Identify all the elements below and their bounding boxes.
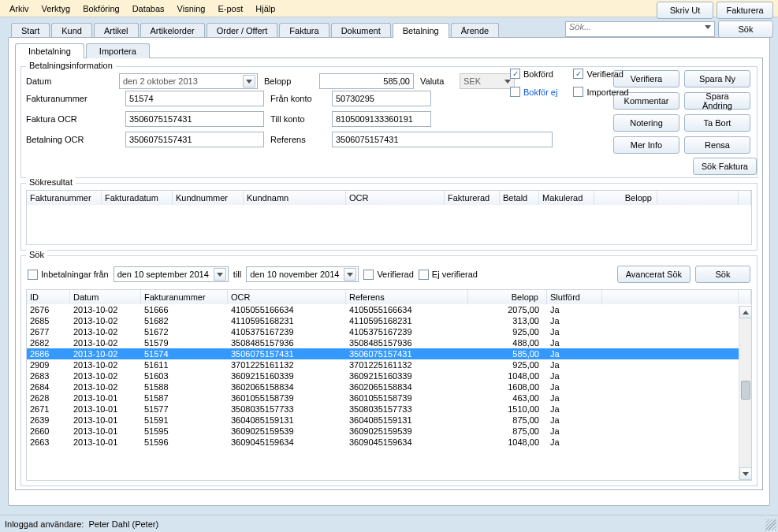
- menu-arkiv[interactable]: Arkiv: [3, 2, 35, 15]
- verifierad-checkbox[interactable]: ✓Verifierad: [573, 69, 628, 79]
- referens-input[interactable]: [332, 132, 553, 147]
- sokresultat-header[interactable]: [657, 191, 739, 205]
- tab-order-offert[interactable]: Order / Offert: [207, 23, 278, 38]
- sok-fieldset: Sök Inbetalningar från den 10 september …: [20, 255, 758, 486]
- save-new-button[interactable]: Spara Ny: [684, 70, 750, 87]
- date-to-input[interactable]: den 10 november 2014: [246, 266, 359, 282]
- sok-header[interactable]: ID: [27, 290, 70, 304]
- bokford-checkbox[interactable]: ✓Bokförd: [510, 69, 557, 79]
- sokresultat-header[interactable]: Makulerad: [539, 191, 594, 205]
- sok-header[interactable]: OCR: [228, 290, 346, 304]
- datum-label: Datum: [26, 76, 113, 86]
- table-row[interactable]: 26822013-10-0251579350848515793635084851…: [27, 337, 751, 348]
- importerad-checkbox[interactable]: Importerad: [573, 87, 628, 97]
- table-row[interactable]: 26842013-10-0251588360206515883436020651…: [27, 381, 751, 392]
- menu-visning[interactable]: Visning: [171, 2, 212, 15]
- tab-kund[interactable]: Kund: [51, 23, 92, 38]
- sok-header[interactable]: Slutförd: [547, 290, 602, 304]
- sok-header[interactable]: Datum: [70, 290, 141, 304]
- subtab-inbetalning[interactable]: Inbetalning: [15, 43, 84, 58]
- sok-button[interactable]: Sök: [695, 266, 750, 283]
- valuta-select[interactable]: SEK: [460, 73, 515, 89]
- tab--rende[interactable]: Ärende: [451, 23, 499, 38]
- table-row[interactable]: 26712013-10-0151577350803515773335080351…: [27, 404, 751, 415]
- table-row[interactable]: 26602013-10-0151595360902515953936090251…: [27, 426, 751, 437]
- table-row[interactable]: 26832013-10-0251603360921516033936092151…: [27, 370, 751, 381]
- resize-gripper-icon[interactable]: [765, 519, 776, 530]
- table-row[interactable]: 26392013-10-0151591360408515913136040851…: [27, 415, 751, 426]
- sokresultat-header[interactable]: Fakturadatum: [102, 191, 173, 205]
- more-info-button[interactable]: Mer Info: [613, 136, 679, 154]
- menu-hjälp[interactable]: Hjälp: [249, 2, 281, 15]
- bokfor-ej-checkbox[interactable]: Bokför ej: [510, 87, 557, 97]
- menu-e-post[interactable]: E-post: [212, 2, 250, 15]
- referens-label: Referens: [270, 135, 326, 144]
- menubar: ArkivVerktygBokföringDatabasVisningE-pos…: [0, 0, 778, 17]
- sokresultat-header[interactable]: Belopp: [594, 191, 657, 205]
- table-row[interactable]: 26282013-10-0151587360105515873936010551…: [27, 392, 751, 404]
- subtab-importera[interactable]: Importera: [86, 43, 150, 58]
- fakturanummer-input[interactable]: [125, 91, 264, 106]
- global-search-button[interactable]: Sök: [718, 20, 773, 38]
- invoice-button[interactable]: Fakturera: [717, 2, 773, 19]
- table-row[interactable]: 29092013-10-0251611370122516113237012251…: [27, 359, 751, 370]
- sokresultat-header[interactable]: Fakturerad: [445, 191, 500, 205]
- sokresultat-fieldset: Sökresultat FakturanummerFakturadatumKun…: [20, 183, 758, 251]
- sok-faktura-button[interactable]: Sök Faktura: [693, 158, 757, 175]
- main-panel: InbetalningImportera Betalningsinformati…: [8, 37, 770, 506]
- faktura-ocr-input[interactable]: [125, 111, 264, 127]
- checks-column: ✓Bokförd ✓Verifierad Bokför ej Importera…: [510, 69, 629, 97]
- global-search-input[interactable]: Sök...: [565, 21, 715, 37]
- sok-header[interactable]: Belopp: [468, 290, 547, 304]
- sokresultat-header[interactable]: Kundnamn: [244, 191, 346, 205]
- fakturanummer-label: Fakturanummer: [26, 94, 119, 103]
- sok-table: IDDatumFakturanummerOCRReferensBeloppSlu…: [26, 289, 752, 481]
- payment-info-fieldset: Betalningsinformation Verifiera Spara Ny…: [20, 66, 758, 178]
- sok-verifierad-checkbox[interactable]: Verifierad: [363, 270, 413, 280]
- menu-databas[interactable]: Databas: [126, 2, 171, 15]
- table-row[interactable]: 26762013-10-0251666410505516663441050551…: [27, 304, 751, 315]
- table-row[interactable]: 26772013-10-0251672410537516723941053751…: [27, 326, 751, 337]
- sok-ej-verifierad-checkbox[interactable]: Ej verifierad: [419, 270, 478, 280]
- sokresultat-header[interactable]: OCR: [346, 191, 445, 205]
- sub-tabs: InbetalningImportera: [15, 43, 763, 58]
- table-row[interactable]: 26632013-10-0151596360904515963436090451…: [27, 437, 751, 448]
- till-konto-input[interactable]: [332, 111, 431, 127]
- inbetalningar-fran-checkbox[interactable]: Inbetalningar från: [28, 270, 109, 280]
- table-row[interactable]: 26862013-10-0251574350607515743135060751…: [27, 348, 751, 359]
- sok-header[interactable]: Referens: [346, 290, 468, 304]
- tab-artikelorder[interactable]: Artikelorder: [140, 23, 205, 38]
- save-change-button[interactable]: Spara Ändring: [684, 92, 750, 110]
- menu-bokföring[interactable]: Bokföring: [76, 2, 125, 15]
- calendar-icon: [214, 268, 226, 281]
- till-konto-label: Till konto: [270, 114, 326, 124]
- scrollbar[interactable]: [739, 306, 751, 480]
- avancerat-sok-button[interactable]: Avancerat Sök: [617, 266, 691, 283]
- belopp-input[interactable]: [319, 73, 414, 89]
- table-row[interactable]: 26852013-10-0251682411059516823141105951…: [27, 315, 751, 326]
- sokresultat-table: FakturanummerFakturadatumKundnummerKundn…: [26, 190, 752, 245]
- delete-button[interactable]: Ta Bort: [684, 114, 750, 132]
- scroll-thumb[interactable]: [741, 381, 750, 400]
- clear-button[interactable]: Rensa: [684, 136, 750, 154]
- sokresultat-header[interactable]: Betald: [500, 191, 539, 205]
- print-button[interactable]: Skriv Ut: [657, 2, 713, 19]
- tab-artikel[interactable]: Artikel: [94, 23, 139, 38]
- sokresultat-header[interactable]: Fakturanummer: [27, 191, 102, 205]
- betalning-ocr-input[interactable]: [125, 132, 264, 147]
- sok-header[interactable]: Fakturanummer: [141, 290, 228, 304]
- scroll-down-icon[interactable]: [739, 467, 752, 480]
- tab-faktura[interactable]: Faktura: [279, 23, 329, 38]
- side-buttons: Verifiera Spara Ny Kommentar Spara Ändri…: [613, 70, 750, 154]
- sokresultat-header[interactable]: Kundnummer: [173, 191, 244, 205]
- scroll-up-icon[interactable]: [739, 306, 752, 318]
- tab-start[interactable]: Start: [11, 23, 50, 38]
- valuta-label: Valuta: [420, 76, 453, 86]
- date-from-input[interactable]: den 10 september 2014: [114, 266, 229, 282]
- note-button[interactable]: Notering: [613, 114, 679, 132]
- tab-dokument[interactable]: Dokument: [331, 23, 391, 38]
- fran-konto-input[interactable]: [332, 91, 431, 106]
- menu-verktyg[interactable]: Verktyg: [35, 2, 76, 15]
- datum-input[interactable]: den 2 oktober 2013: [119, 73, 258, 89]
- tab-betalning[interactable]: Betalning: [393, 23, 449, 38]
